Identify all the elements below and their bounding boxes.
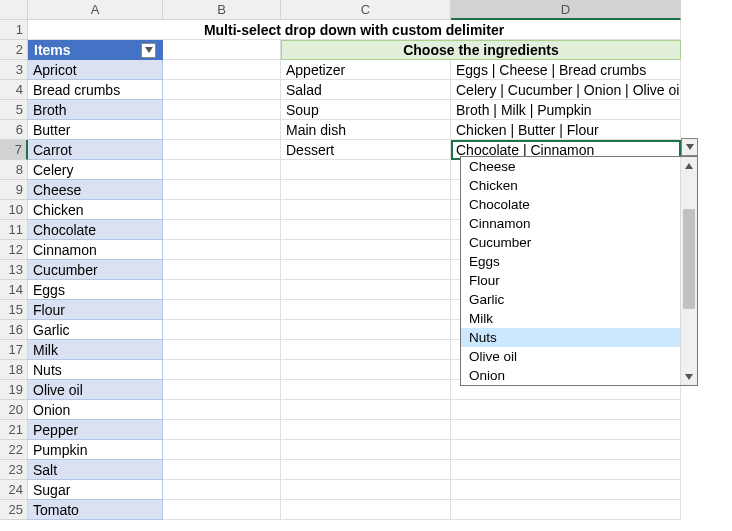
cell[interactable]	[281, 160, 451, 180]
ingredients-cell[interactable]: Chicken | Butter | Flour	[451, 120, 681, 140]
items-header-cell[interactable]: Items	[28, 40, 163, 60]
cell[interactable]	[163, 200, 281, 220]
cell[interactable]	[281, 360, 451, 380]
dish-name-cell[interactable]: Soup	[281, 100, 451, 120]
row-header-9[interactable]: 9	[0, 180, 28, 200]
cell[interactable]	[281, 320, 451, 340]
cell[interactable]	[281, 440, 451, 460]
row-header-12[interactable]: 12	[0, 240, 28, 260]
cell[interactable]	[281, 420, 451, 440]
dropdown-option[interactable]: Chocolate	[461, 195, 697, 214]
dropdown-option[interactable]: Garlic	[461, 290, 697, 309]
row-header-19[interactable]: 19	[0, 380, 28, 400]
row-header-17[interactable]: 17	[0, 340, 28, 360]
cell[interactable]	[163, 480, 281, 500]
cell[interactable]	[163, 160, 281, 180]
items-cell[interactable]: Chocolate	[28, 220, 163, 240]
cell[interactable]	[163, 120, 281, 140]
dish-name-cell[interactable]: Dessert	[281, 140, 451, 160]
cell[interactable]	[451, 440, 681, 460]
cell[interactable]	[163, 40, 281, 60]
dropdown-option[interactable]: Nuts	[461, 328, 697, 347]
scroll-track[interactable]	[681, 174, 697, 368]
dropdown-scrollbar[interactable]	[680, 157, 697, 385]
dropdown-option[interactable]: Eggs	[461, 252, 697, 271]
cell[interactable]	[451, 480, 681, 500]
filter-button[interactable]	[141, 43, 156, 58]
row-header-1[interactable]: 1	[0, 20, 28, 40]
dish-name-cell[interactable]: Main dish	[281, 120, 451, 140]
cell[interactable]	[163, 140, 281, 160]
cell[interactable]	[163, 380, 281, 400]
items-cell[interactable]: Sugar	[28, 480, 163, 500]
column-header-A[interactable]: A	[28, 0, 163, 20]
cell[interactable]	[163, 460, 281, 480]
dish-name-cell[interactable]: Salad	[281, 80, 451, 100]
column-header-B[interactable]: B	[163, 0, 281, 20]
dropdown-option[interactable]: Cheese	[461, 157, 697, 176]
cell[interactable]	[451, 420, 681, 440]
dropdown-option[interactable]: Flour	[461, 271, 697, 290]
items-cell[interactable]: Garlic	[28, 320, 163, 340]
cell[interactable]	[281, 480, 451, 500]
row-header-16[interactable]: 16	[0, 320, 28, 340]
cell[interactable]	[163, 240, 281, 260]
items-cell[interactable]: Cucumber	[28, 260, 163, 280]
row-header-2[interactable]: 2	[0, 40, 28, 60]
row-header-5[interactable]: 5	[0, 100, 28, 120]
column-header-D[interactable]: D	[451, 0, 681, 20]
cell[interactable]	[281, 280, 451, 300]
items-cell[interactable]: Onion	[28, 400, 163, 420]
row-header-18[interactable]: 18	[0, 360, 28, 380]
row-header-23[interactable]: 23	[0, 460, 28, 480]
row-header-8[interactable]: 8	[0, 160, 28, 180]
ingredients-cell[interactable]: Celery | Cucumber | Onion | Olive oil	[451, 80, 681, 100]
items-cell[interactable]: Salt	[28, 460, 163, 480]
row-header-25[interactable]: 25	[0, 500, 28, 520]
items-cell[interactable]: Cinnamon	[28, 240, 163, 260]
ingredients-cell[interactable]: Eggs | Cheese | Bread crumbs	[451, 60, 681, 80]
dropdown-option[interactable]: Olive oil	[461, 347, 697, 366]
cell[interactable]	[163, 360, 281, 380]
cell[interactable]	[281, 340, 451, 360]
cell[interactable]	[281, 240, 451, 260]
cell[interactable]	[281, 220, 451, 240]
row-header-13[interactable]: 13	[0, 260, 28, 280]
cell[interactable]	[281, 500, 451, 520]
row-header-24[interactable]: 24	[0, 480, 28, 500]
cell[interactable]	[451, 500, 681, 520]
dropdown-option[interactable]: Onion	[461, 366, 697, 385]
items-cell[interactable]: Carrot	[28, 140, 163, 160]
items-cell[interactable]: Milk	[28, 340, 163, 360]
items-cell[interactable]: Tomato	[28, 500, 163, 520]
cell[interactable]	[163, 280, 281, 300]
items-cell[interactable]: Pepper	[28, 420, 163, 440]
items-cell[interactable]: Butter	[28, 120, 163, 140]
items-cell[interactable]: Chicken	[28, 200, 163, 220]
cell[interactable]	[281, 260, 451, 280]
row-header-7[interactable]: 7	[0, 140, 28, 160]
dropdown-option[interactable]: Cinnamon	[461, 214, 697, 233]
cell[interactable]	[281, 380, 451, 400]
dish-name-cell[interactable]: Appetizer	[281, 60, 451, 80]
cell[interactable]	[281, 400, 451, 420]
row-header-15[interactable]: 15	[0, 300, 28, 320]
dropdown-option[interactable]: Milk	[461, 309, 697, 328]
cell[interactable]	[281, 180, 451, 200]
cell[interactable]	[163, 320, 281, 340]
cell[interactable]	[163, 180, 281, 200]
cell[interactable]	[163, 340, 281, 360]
cell[interactable]	[163, 80, 281, 100]
column-header-C[interactable]: C	[281, 0, 451, 20]
items-cell[interactable]: Bread crumbs	[28, 80, 163, 100]
dropdown-option[interactable]: Chicken	[461, 176, 697, 195]
row-header-21[interactable]: 21	[0, 420, 28, 440]
items-cell[interactable]: Eggs	[28, 280, 163, 300]
cell[interactable]	[451, 400, 681, 420]
cell[interactable]	[281, 460, 451, 480]
dropdown-option[interactable]: Cucumber	[461, 233, 697, 252]
row-header-14[interactable]: 14	[0, 280, 28, 300]
row-header-20[interactable]: 20	[0, 400, 28, 420]
items-cell[interactable]: Cheese	[28, 180, 163, 200]
cell[interactable]	[163, 500, 281, 520]
